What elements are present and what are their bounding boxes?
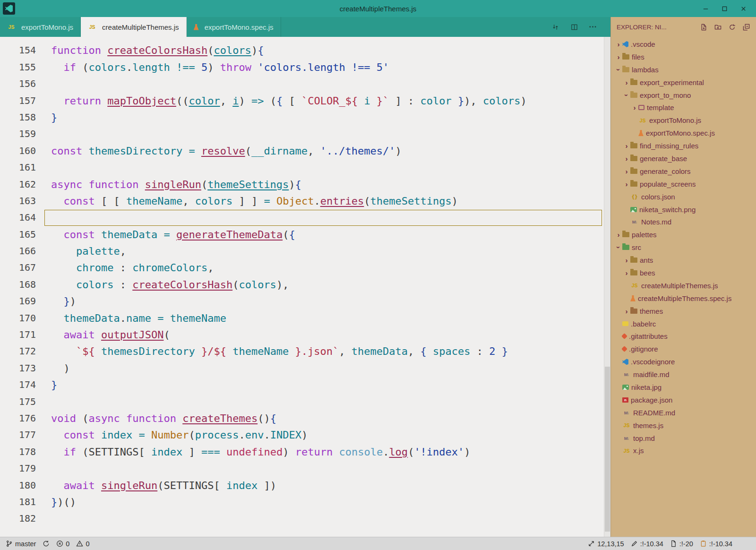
tree-item-.gitattributes[interactable]: .gitattributes	[611, 330, 756, 343]
tree-item-template[interactable]: ›template	[611, 101, 756, 114]
tree-item-ants[interactable]: ›ants	[611, 254, 756, 266]
code-line-173[interactable]: 173 )	[0, 360, 604, 377]
line-number[interactable]: 166	[0, 243, 36, 259]
editor-scrollbar[interactable]	[604, 37, 610, 537]
tab-createMultipleThemes.js[interactable]: JScreateMultipleThemes.js	[81, 17, 187, 37]
code-line-156[interactable]: 156	[0, 76, 604, 92]
line-number[interactable]: 167	[0, 259, 36, 276]
line-number[interactable]: 175	[0, 394, 36, 410]
line-number[interactable]: 181	[0, 494, 36, 510]
code-line-178[interactable]: 178 if (SETTINGS[ index ] === undefined)…	[0, 444, 604, 460]
line-number[interactable]: 164	[0, 209, 36, 226]
tree-item-.gitignore[interactable]: .gitignore	[611, 343, 756, 355]
tab-exportToMono.js[interactable]: JSexportToMono.js	[0, 17, 81, 37]
line-number[interactable]: 160	[0, 143, 36, 159]
status-git-branch[interactable]: master	[6, 540, 36, 548]
tree-item-.vscodeignore[interactable]: .vscodeignore	[611, 355, 756, 368]
close-button[interactable]	[735, 2, 751, 15]
status-edit-stat[interactable]: :!-10.34	[631, 540, 663, 548]
line-number[interactable]: 179	[0, 460, 36, 477]
line-number[interactable]: 162	[0, 176, 36, 193]
split-editor-icon[interactable]	[570, 23, 578, 31]
line-number[interactable]: 163	[0, 193, 36, 209]
line-number[interactable]: 153	[0, 37, 36, 42]
line-number[interactable]: 154	[0, 42, 36, 59]
code-line-154[interactable]: 154function createColorsHash(colors){	[0, 42, 604, 59]
tree-item-createMultipleThemes.spec.js[interactable]: createMultipleThemes.spec.js	[611, 292, 756, 305]
code-line-168[interactable]: 168 colors : createColorsHash(colors),	[0, 276, 604, 293]
code-line-166[interactable]: 166 palette,	[0, 243, 604, 259]
new-folder-icon[interactable]	[713, 23, 722, 31]
line-number[interactable]: 161	[0, 159, 36, 176]
tree-item-export_to_mono[interactable]: ›export_to_mono	[611, 89, 756, 102]
tree-item-files[interactable]: ›files	[611, 51, 756, 63]
tree-item-Notes.md[interactable]: M↓Notes.md	[611, 215, 756, 228]
tree-item-export_experimental[interactable]: ›export_experimental	[611, 76, 756, 89]
line-number[interactable]: 168	[0, 276, 36, 293]
tree-item-palettes[interactable]: ›palettes	[611, 228, 756, 241]
tree-item-exportToMono.js[interactable]: JSexportToMono.js	[611, 114, 756, 127]
line-number[interactable]: 170	[0, 310, 36, 327]
collapse-all-icon[interactable]	[742, 23, 750, 31]
minimize-button[interactable]	[697, 2, 713, 15]
maximize-button[interactable]	[716, 2, 732, 15]
tree-item-exportToMono.spec.js[interactable]: exportToMono.spec.js	[611, 127, 756, 139]
tree-item-.babelrc[interactable]: .babelrc	[611, 318, 756, 330]
code-line-181[interactable]: 181})()	[0, 494, 604, 510]
code-line-155[interactable]: 155 if (colors.length !== 5) throw 'colo…	[0, 59, 604, 76]
tree-item-lambdas[interactable]: ›lambdas	[611, 63, 756, 76]
code-line-172[interactable]: 172 `${ themesDirectory }/${ themeName }…	[0, 343, 604, 360]
code-line-153[interactable]: 153	[0, 37, 604, 42]
tree-item-generate_base[interactable]: ›generate_base	[611, 152, 756, 165]
code-line-160[interactable]: 160const themesDirectory = resolve(__dir…	[0, 143, 604, 159]
code-line-164[interactable]: 164	[0, 209, 604, 226]
tree-item-generate_colors[interactable]: ›generate_colors	[611, 165, 756, 178]
more-actions-icon[interactable]: ···	[589, 23, 597, 31]
tree-item-src[interactable]: ›src	[611, 241, 756, 254]
tree-item-createMultipleThemes.js[interactable]: JScreateMultipleThemes.js	[611, 279, 756, 292]
compare-icon[interactable]	[551, 23, 559, 31]
code-line-174[interactable]: 174}	[0, 377, 604, 393]
code-line-167[interactable]: 167 chrome : chromeColors,	[0, 259, 604, 276]
status-file-stat[interactable]: :!-20	[670, 540, 693, 548]
line-number[interactable]: 157	[0, 93, 36, 109]
tree-item-colors.json[interactable]: {}colors.json	[611, 190, 756, 203]
tree-item-populate_screens[interactable]: ›populate_screens	[611, 178, 756, 190]
scrollbar-thumb[interactable]	[605, 367, 610, 532]
code-line-179[interactable]: 179	[0, 460, 604, 477]
code-line-175[interactable]: 175	[0, 394, 604, 410]
status-errors[interactable]: 0	[56, 540, 69, 548]
line-number[interactable]: 178	[0, 444, 36, 460]
line-number[interactable]: 158	[0, 109, 36, 126]
line-number[interactable]: 172	[0, 343, 36, 360]
tree-item-themes[interactable]: ›themes	[611, 305, 756, 318]
line-number[interactable]: 169	[0, 293, 36, 309]
code-line-165[interactable]: 165 const themeData = generateThemeData(…	[0, 226, 604, 243]
tree-item-themes.js[interactable]: JSthemes.js	[611, 419, 756, 432]
code-line-161[interactable]: 161	[0, 159, 604, 176]
tree-item-package.json[interactable]: npackage.json	[611, 394, 756, 406]
tree-item-top.md[interactable]: M↓top.md	[611, 432, 756, 445]
tree-item-bees[interactable]: ›bees	[611, 266, 756, 279]
status-warnings[interactable]: 0	[76, 540, 89, 548]
code-line-176[interactable]: 176void (async function createThemes(){	[0, 410, 604, 427]
tree-item-x.js[interactable]: JSx.js	[611, 445, 756, 457]
code-line-170[interactable]: 170 themeData.name = themeName	[0, 310, 604, 327]
code-line-177[interactable]: 177 const index = Number(process.env.IND…	[0, 427, 604, 443]
line-number[interactable]: 155	[0, 59, 36, 76]
tree-item-README.md[interactable]: M↓README.md	[611, 406, 756, 419]
line-number[interactable]: 165	[0, 226, 36, 243]
status-sync[interactable]	[43, 540, 50, 547]
tree-item-find_missing_rules[interactable]: ›find_missing_rules	[611, 139, 756, 152]
line-number[interactable]: 177	[0, 427, 36, 443]
line-number[interactable]: 156	[0, 76, 36, 92]
code-line-180[interactable]: 180 await singleRun(SETTINGS[ index ])	[0, 477, 604, 494]
line-number[interactable]: 171	[0, 327, 36, 343]
line-number[interactable]: 159	[0, 126, 36, 142]
code-line-158[interactable]: 158}	[0, 109, 604, 126]
tree-item-niketa.jpg[interactable]: niketa.jpg	[611, 381, 756, 394]
line-number[interactable]: 173	[0, 360, 36, 377]
code-line-157[interactable]: 157 return mapToObject((color, i) => ({ …	[0, 93, 604, 109]
status-clipboard-stat[interactable]: :!-10.34	[700, 540, 732, 548]
refresh-icon[interactable]	[728, 23, 736, 31]
